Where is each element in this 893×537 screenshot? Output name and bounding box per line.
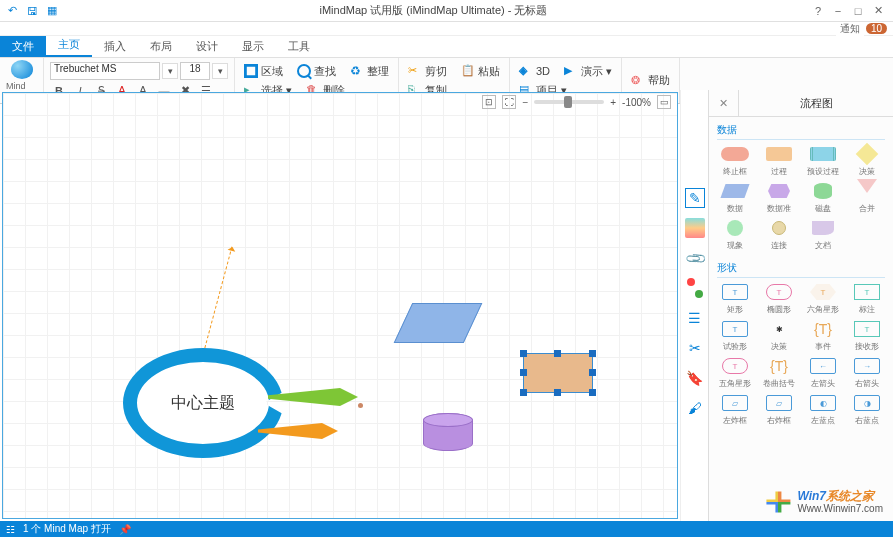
shapes-grid-data: 终止框过程预设过程决策数据数据准磁盘合并现象连接文档 [717, 144, 885, 251]
save-icon[interactable]: 🖫 [24, 3, 40, 19]
shape-合并[interactable]: 合并 [849, 181, 885, 214]
rectangle-shape-selected[interactable] [523, 353, 593, 393]
menu-tabs: 文件 主页 插入 布局 设计 显示 工具 [0, 36, 893, 58]
image-tool-icon[interactable] [685, 218, 705, 238]
tab-design[interactable]: 设计 [184, 36, 230, 57]
shape-终止框[interactable]: 终止框 [717, 144, 753, 177]
edit-tool-icon[interactable]: ✎ [685, 188, 705, 208]
tab-insert[interactable]: 插入 [92, 36, 138, 57]
panel-close-icon[interactable]: ✕ [709, 90, 739, 116]
shape-左炸框[interactable]: ▱左炸框 [717, 393, 753, 426]
section-shapes: 形状 [717, 259, 885, 278]
tab-file[interactable]: 文件 [0, 36, 46, 57]
brush-tool-icon[interactable]: 🖌 [685, 398, 705, 418]
windows-icon [763, 489, 793, 515]
notify-label[interactable]: 通知 [836, 22, 864, 36]
shape-左箭头[interactable]: ←左箭头 [805, 356, 841, 389]
expand-icon[interactable]: ⛶ [502, 95, 516, 109]
shape-文档[interactable]: 文档 [805, 218, 841, 251]
sort-button[interactable]: ♻整理 [347, 63, 392, 80]
watermark: Win7系统之家 Www.Winwin7.com [763, 489, 883, 515]
area-button[interactable]: 区域 [241, 63, 286, 80]
tab-home[interactable]: 主页 [46, 34, 92, 57]
shape-决策[interactable]: ✱决策 [761, 319, 797, 352]
main-area: ⊡ ⛶ − + -100% ▭ 中心主题 ✎ 📎 ☰ ✂ 🔖 🖌 [0, 90, 893, 521]
sort-icon: ♻ [350, 64, 364, 78]
zoom-slider[interactable] [534, 100, 604, 104]
help-icon: ❂ [631, 74, 645, 88]
central-topic[interactable]: 中心主题 [123, 348, 283, 458]
status-bar: ☷ 1 个 Mind Map 打开 📌 [0, 521, 893, 537]
shape-椭圆形[interactable]: T椭圆形 [761, 282, 797, 315]
zoom-minus[interactable]: − [522, 97, 528, 108]
3d-button[interactable]: ◈3D [516, 63, 553, 80]
grid-icon[interactable]: ▦ [44, 3, 60, 19]
maximize-icon[interactable]: □ [851, 5, 865, 17]
shape-矩形[interactable]: T矩形 [717, 282, 753, 315]
shape-右炸框[interactable]: ▱右炸框 [761, 393, 797, 426]
shape-数据准[interactable]: 数据准 [761, 181, 797, 214]
size-select[interactable]: 18 [180, 62, 210, 80]
window-title: iMindMap 试用版 (iMindMap Ultimate) - 无标题 [64, 3, 803, 18]
canvas[interactable]: ⊡ ⛶ − + -100% ▭ 中心主题 [2, 92, 678, 519]
close-icon[interactable]: ✕ [871, 4, 885, 17]
shape-预设过程[interactable]: 预设过程 [805, 144, 841, 177]
search-icon [297, 64, 311, 78]
quick-access: ↶ 🖫 ▦ [0, 3, 64, 19]
find-button[interactable]: 查找 [294, 63, 339, 80]
node-dot[interactable] [358, 403, 363, 408]
cylinder-shape[interactable] [423, 413, 473, 451]
play-icon: ▶ [564, 64, 578, 78]
zoom-plus[interactable]: + [610, 97, 616, 108]
shape-五角星形[interactable]: T五角星形 [717, 356, 753, 389]
tab-view[interactable]: 显示 [230, 36, 276, 57]
shape-左蓝点[interactable]: ◐左蓝点 [805, 393, 841, 426]
status-pin-icon[interactable]: 📌 [119, 524, 131, 535]
branch-arrow[interactable] [203, 247, 232, 354]
tab-tools[interactable]: 工具 [276, 36, 322, 57]
panel-title: 流程图 [739, 91, 893, 116]
watermark-url: Www.Winwin7.com [797, 503, 883, 514]
paste-button[interactable]: 📋粘贴 [458, 63, 503, 80]
shape-六角星形[interactable]: T六角星形 [805, 282, 841, 315]
shape-标注[interactable]: T标注 [849, 282, 885, 315]
section-data: 数据 [717, 121, 885, 140]
zoom-reset[interactable]: ▭ [657, 95, 671, 109]
clip-tool-icon[interactable]: 📎 [680, 244, 708, 272]
shape-决策[interactable]: 决策 [849, 144, 885, 177]
shape-事件[interactable]: {T}事件 [805, 319, 841, 352]
central-label: 中心主题 [171, 393, 235, 414]
shape-试验形[interactable]: T试验形 [717, 319, 753, 352]
cut-tool-icon[interactable]: ✂ [685, 338, 705, 358]
help-icon[interactable]: ? [811, 5, 825, 17]
fit-icon[interactable]: ⊡ [482, 95, 496, 109]
shape-连接[interactable]: 连接 [761, 218, 797, 251]
size-dropdown-icon[interactable]: ▾ [212, 63, 228, 79]
side-toolbar: ✎ 📎 ☰ ✂ 🔖 🖌 [680, 90, 708, 521]
help-button[interactable]: ❂帮助 [628, 72, 673, 89]
tab-layout[interactable]: 布局 [138, 36, 184, 57]
shape-数据[interactable]: 数据 [717, 181, 753, 214]
undo-icon[interactable]: ↶ [4, 3, 20, 19]
shape-右箭头[interactable]: →右箭头 [849, 356, 885, 389]
shape-接收形[interactable]: T接收形 [849, 319, 885, 352]
3d-icon: ◈ [519, 64, 533, 78]
cut-icon: ✂ [408, 64, 422, 78]
parallelogram-shape[interactable] [394, 303, 483, 343]
status-icon: ☷ [6, 524, 15, 535]
canvas-controls: ⊡ ⛶ − + -100% ▭ [482, 95, 671, 109]
font-dropdown-icon[interactable]: ▾ [162, 63, 178, 79]
shape-磁盘[interactable]: 磁盘 [805, 181, 841, 214]
shape-过程[interactable]: 过程 [761, 144, 797, 177]
color-tool-icon[interactable] [685, 278, 705, 298]
shape-卷曲括号[interactable]: {T}卷曲括号 [761, 356, 797, 389]
notify-badge: 10 [866, 23, 887, 34]
font-select[interactable]: Trebuchet MS [50, 62, 160, 80]
cut-button[interactable]: ✂剪切 [405, 63, 450, 80]
tag-tool-icon[interactable]: 🔖 [685, 368, 705, 388]
minimize-icon[interactable]: − [831, 5, 845, 17]
shape-现象[interactable]: 现象 [717, 218, 753, 251]
list-tool-icon[interactable]: ☰ [685, 308, 705, 328]
shape-右蓝点[interactable]: ◑右蓝点 [849, 393, 885, 426]
present-button[interactable]: ▶演示▾ [561, 63, 615, 80]
